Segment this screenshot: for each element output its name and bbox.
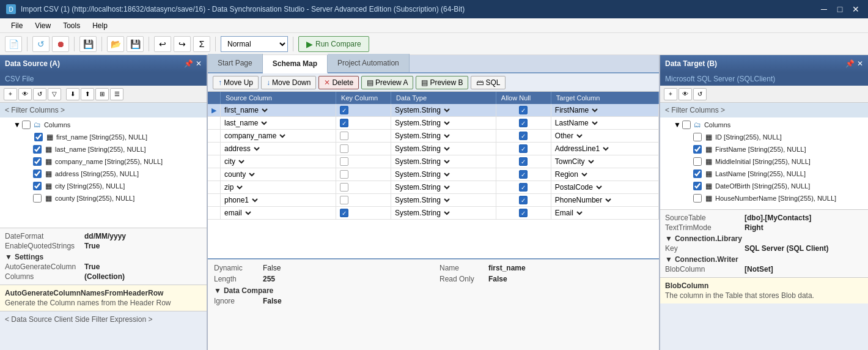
titlebar-controls[interactable]: ─ □ ✕ xyxy=(818,3,862,15)
right-root-checkbox[interactable] xyxy=(682,121,691,129)
table-row[interactable]: company_name▼System.String▼Other▼ xyxy=(208,130,659,143)
table-row[interactable]: last_name▼System.String▼LastName▼ xyxy=(208,117,659,130)
key-checkbox[interactable] xyxy=(340,106,348,114)
refresh-col-button[interactable]: ↺ xyxy=(33,88,46,100)
menu-view[interactable]: View xyxy=(29,20,57,31)
right-add-button[interactable]: + xyxy=(664,88,677,100)
target-col-select[interactable]: ▼ xyxy=(594,183,604,192)
tree-item-5[interactable]: ▦ county [String(255), NULL] xyxy=(1,192,205,204)
source-col-select[interactable]: ▼ xyxy=(278,132,287,140)
left-filter-bar[interactable]: < Filter Columns > xyxy=(0,103,207,117)
data-type-select[interactable]: ▼ xyxy=(442,170,452,179)
key-checkbox[interactable] xyxy=(340,144,348,153)
expand-icon[interactable]: ▼ xyxy=(13,121,21,129)
source-col-select[interactable]: ▼ xyxy=(235,183,245,192)
col-checkbox-2[interactable] xyxy=(33,157,42,166)
allow-null-checkbox[interactable] xyxy=(519,157,528,166)
right-expand-icon[interactable]: ▼ xyxy=(674,121,681,129)
allow-null-checkbox[interactable] xyxy=(519,170,528,179)
right-refresh-button[interactable]: ↺ xyxy=(693,88,707,100)
right-tree-item-5[interactable]: ▦ HouseNumberName [String(255), NULL] xyxy=(661,192,867,204)
tree-item-4[interactable]: ▦ city [String(255), NULL] xyxy=(1,180,205,192)
source-col-select[interactable]: ▼ xyxy=(243,209,253,217)
move-down-button[interactable]: ↓ Move Down xyxy=(261,76,316,89)
filter-button[interactable]: ▽ xyxy=(48,88,61,100)
tab-schemamap[interactable]: Schema Map xyxy=(263,55,328,73)
maximize-button[interactable]: □ xyxy=(834,3,846,15)
right-col-checkbox-1[interactable] xyxy=(693,145,702,154)
key-checkbox[interactable] xyxy=(340,170,348,179)
preview-a-button[interactable]: ▤ Preview A xyxy=(361,76,413,89)
key-checkbox[interactable] xyxy=(340,132,348,140)
pin-icon[interactable]: 📌 xyxy=(184,59,193,68)
data-type-select[interactable]: ▼ xyxy=(442,144,452,153)
target-col-select[interactable]: ▼ xyxy=(601,144,611,153)
tree-item-1[interactable]: ▦ last_name [String(255), NULL] xyxy=(1,143,205,155)
table-row[interactable]: county▼System.String▼Region▼ xyxy=(208,168,659,181)
right-close-icon[interactable]: ✕ xyxy=(857,59,863,68)
data-type-select[interactable]: ▼ xyxy=(442,209,452,217)
tab-startpage[interactable]: Start Page xyxy=(208,54,263,72)
tab-automation[interactable]: Project Automation xyxy=(328,54,410,72)
right-col-checkbox-2[interactable] xyxy=(693,157,702,166)
source-col-select[interactable]: ▼ xyxy=(237,157,246,166)
tree-item-2[interactable]: ▦ company_name [String(255), NULL] xyxy=(1,155,205,168)
menu-tools[interactable]: Tools xyxy=(57,20,86,31)
import-button[interactable]: ⬇ xyxy=(66,88,79,100)
menu-file[interactable]: File xyxy=(5,20,29,31)
undo-button[interactable]: ↩ xyxy=(154,36,171,52)
move-up-button[interactable]: ↑ Move Up xyxy=(213,76,259,89)
key-checkbox[interactable] xyxy=(340,183,348,192)
right-tree-item-0[interactable]: ▦ ID [String(255), NULL] xyxy=(661,131,867,143)
target-col-select[interactable]: ▼ xyxy=(575,209,584,217)
preview-b-button[interactable]: ▤ Preview B xyxy=(416,76,468,89)
right-col-checkbox-3[interactable] xyxy=(693,169,702,178)
key-checkbox[interactable] xyxy=(340,157,348,166)
right-tree-root[interactable]: ▼ 🗂 Columns xyxy=(661,119,867,131)
key-checkbox[interactable] xyxy=(340,119,348,127)
allow-null-checkbox[interactable] xyxy=(519,196,528,204)
source-col-select[interactable]: ▼ xyxy=(260,106,270,114)
refresh-button[interactable]: ↺ xyxy=(32,36,50,52)
source-col-select[interactable]: ▼ xyxy=(247,170,257,179)
save-button[interactable]: 💾 xyxy=(79,36,97,52)
right-filter-bar[interactable]: < Filter Columns > xyxy=(660,103,868,117)
sql-button[interactable]: 🗃 SQL xyxy=(471,76,506,89)
allow-null-checkbox[interactable] xyxy=(519,119,528,127)
data-type-select[interactable]: ▼ xyxy=(442,106,452,114)
tree-item-3[interactable]: ▦ address [String(255), NULL] xyxy=(1,168,205,180)
table-row[interactable]: zip▼System.String▼PostalCode▼ xyxy=(208,181,659,194)
delete-button[interactable]: ✕ Delete xyxy=(318,76,359,89)
left-filter-expr[interactable]: < Data Source Client Side Filter Express… xyxy=(0,311,207,327)
table-row[interactable]: email▼System.String▼Email▼ xyxy=(208,207,659,220)
stop-button[interactable]: ⏺ xyxy=(52,36,69,52)
target-col-select[interactable]: ▼ xyxy=(590,119,600,127)
col-checkbox-0[interactable] xyxy=(34,133,43,141)
data-type-select[interactable]: ▼ xyxy=(442,183,452,192)
target-col-select[interactable]: ▼ xyxy=(579,170,589,179)
right-col-checkbox-0[interactable] xyxy=(693,133,702,141)
add-col-button[interactable]: + xyxy=(4,88,17,100)
table-row[interactable]: address▼System.String▼AddressLine1▼ xyxy=(208,143,659,155)
key-checkbox[interactable] xyxy=(340,196,348,204)
connection-library-section[interactable]: ▼ Connection.Library xyxy=(665,234,863,243)
right-pin-icon[interactable]: 📌 xyxy=(845,59,855,68)
tree-item-0[interactable]: ▦ first_name [String(255), NULL] xyxy=(1,131,205,143)
right-tree-item-1[interactable]: ▦ FirstName [String(255), NULL] xyxy=(661,143,867,155)
data-type-select[interactable]: ▼ xyxy=(442,119,452,127)
data-type-select[interactable]: ▼ xyxy=(442,132,452,140)
eye-button[interactable]: 👁 xyxy=(18,88,32,100)
allow-null-checkbox[interactable] xyxy=(519,106,528,114)
run-compare-button[interactable]: ▶ Run Compare xyxy=(298,36,369,52)
menu-help[interactable]: Help xyxy=(86,20,114,31)
mode-select[interactable]: Normal xyxy=(221,36,288,52)
source-col-select[interactable]: ▼ xyxy=(259,119,269,127)
source-col-select[interactable]: ▼ xyxy=(250,196,260,204)
data-type-select[interactable]: ▼ xyxy=(442,157,452,166)
col-checkbox-4[interactable] xyxy=(33,182,42,190)
save-as-button[interactable]: 💾 xyxy=(127,36,144,52)
table-row[interactable]: ▶first_name▼System.String▼FirstName▼ xyxy=(208,104,659,117)
allow-null-checkbox[interactable] xyxy=(519,144,528,153)
col-checkbox-3[interactable] xyxy=(33,169,42,178)
col-checkbox-5[interactable] xyxy=(33,194,42,203)
